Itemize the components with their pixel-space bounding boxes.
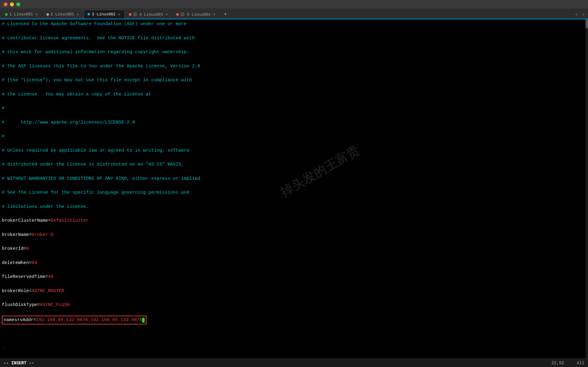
tab-close-1[interactable]: ✕ xyxy=(35,12,39,17)
statusbar: -- INSERT -- 22,52 All xyxy=(0,359,588,367)
tab-5[interactable]: ⓪ 5 Linux004 ✕ xyxy=(172,10,220,19)
tab-label-3: 3 Linux002 xyxy=(92,12,115,17)
editor-content: # Licensed to the Apache Software Founda… xyxy=(2,21,586,359)
maximize-button[interactable] xyxy=(16,2,20,6)
tab-close-4[interactable]: ✕ xyxy=(165,12,169,17)
tab-close-2[interactable]: ✕ xyxy=(76,12,80,17)
tab-dot-5 xyxy=(176,13,179,16)
tab-label-5: ⓪ 5 Linux004 xyxy=(181,12,210,17)
tab-dot-3 xyxy=(88,13,90,15)
cursor-position: 22,52 All xyxy=(551,361,584,365)
scrollbar[interactable] xyxy=(586,19,588,359)
tab-4[interactable]: ⓪ 4 Linux003 ✕ xyxy=(125,10,172,19)
tab-label-1: 1 Linux001 xyxy=(9,12,33,17)
highlighted-line: namesrvAddr=192.168.65.132:9876;192.168.… xyxy=(2,316,146,324)
vim-mode: -- INSERT -- xyxy=(4,361,34,365)
tab-nav-next[interactable]: › xyxy=(581,11,587,18)
tab-1[interactable]: 1 Linux001 ✕ xyxy=(1,10,43,19)
tab-3[interactable]: 3 Linux002 ✕ xyxy=(84,10,125,19)
traffic-lights xyxy=(4,2,20,6)
tab-label-4: ⓪ 4 Linux003 xyxy=(133,12,163,17)
tab-dot-1 xyxy=(5,13,8,16)
tab-nav: ‹ › xyxy=(573,11,587,19)
scrollbar-thumb[interactable] xyxy=(586,19,588,28)
tab-nav-prev[interactable]: ‹ xyxy=(573,11,579,18)
close-button[interactable] xyxy=(4,2,8,6)
tab-dot-2 xyxy=(46,13,49,16)
tabbar: 1 Linux001 ✕ 2 Linux001 ✕ 3 Linux002 ✕ ⓪… xyxy=(0,8,588,19)
minimize-button[interactable] xyxy=(10,2,14,6)
editor[interactable]: 掉头发的王富贵 # Licensed to the Apache Softwar… xyxy=(0,19,588,359)
new-tab-button[interactable]: + xyxy=(221,10,230,19)
titlebar xyxy=(0,0,588,8)
tab-dot-4 xyxy=(129,13,131,16)
tab-2[interactable]: 2 Linux001 ✕ xyxy=(43,10,84,19)
tab-close-5[interactable]: ✕ xyxy=(212,12,216,17)
tab-label-2: 2 Linux001 xyxy=(51,12,74,17)
tab-close-3[interactable]: ✕ xyxy=(117,12,121,17)
